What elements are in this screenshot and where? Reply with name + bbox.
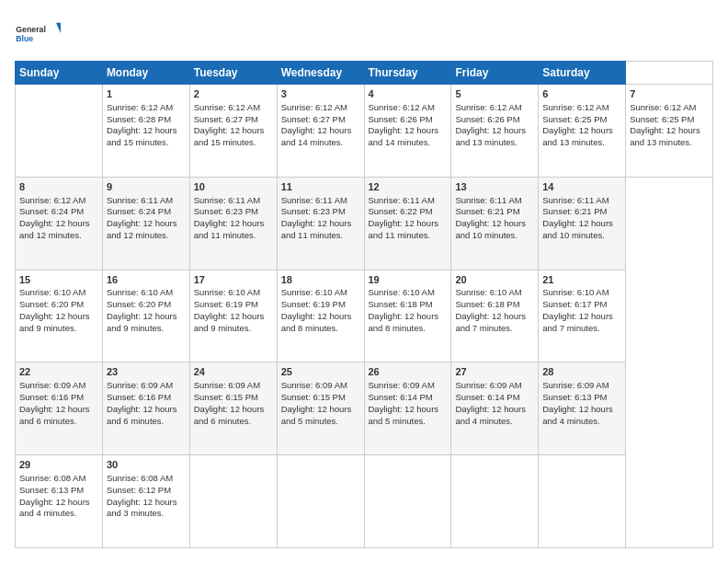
calendar-cell: 3 Sunrise: 6:12 AM Sunset: 6:27 PM Dayli… — [277, 85, 364, 178]
daylight-value: and 11 minutes. — [369, 230, 431, 240]
daylight-value: and 3 minutes. — [107, 508, 164, 518]
day-number: 30 — [107, 458, 186, 472]
daylight-value: and 6 minutes. — [194, 416, 251, 426]
sunrise-label: Sunrise: 6:11 AM — [369, 195, 435, 205]
daylight-label: Daylight: 12 hours — [455, 125, 526, 135]
day-number: 26 — [369, 365, 448, 379]
daylight-label: Daylight: 12 hours — [19, 404, 90, 414]
sunrise-label: Sunrise: 6:11 AM — [107, 195, 173, 205]
sunset-label: Sunset: 6:14 PM — [455, 392, 519, 402]
sunset-label: Sunset: 6:28 PM — [107, 114, 171, 124]
daylight-label: Daylight: 12 hours — [281, 218, 352, 228]
calendar-cell: 2 Sunrise: 6:12 AM Sunset: 6:27 PM Dayli… — [189, 85, 277, 178]
sunset-label: Sunset: 6:22 PM — [369, 206, 433, 216]
calendar-day-header: Saturday — [539, 62, 626, 85]
sunset-label: Sunset: 6:18 PM — [369, 299, 433, 309]
daylight-value: and 6 minutes. — [107, 416, 164, 426]
calendar-header-row: SundayMondayTuesdayWednesdayThursdayFrid… — [16, 62, 713, 85]
day-number: 1 — [107, 87, 186, 101]
day-number: 16 — [107, 273, 186, 287]
daylight-label: Daylight: 12 hours — [19, 497, 90, 507]
header: General Blue — [15, 15, 713, 52]
day-number: 14 — [542, 180, 621, 194]
daylight-label: Daylight: 12 hours — [281, 311, 352, 321]
day-number: 2 — [194, 87, 273, 101]
sunset-label: Sunset: 6:21 PM — [455, 206, 519, 216]
calendar-table: SundayMondayTuesdayWednesdayThursdayFrid… — [15, 61, 713, 548]
sunrise-label: Sunrise: 6:10 AM — [455, 287, 521, 297]
day-number: 29 — [19, 458, 98, 472]
daylight-label: Daylight: 12 hours — [107, 311, 177, 321]
daylight-value: and 8 minutes. — [281, 323, 338, 333]
calendar-cell: 16 Sunrise: 6:10 AM Sunset: 6:20 PM Dayl… — [102, 270, 189, 362]
calendar-cell: 26 Sunrise: 6:09 AM Sunset: 6:14 PM Dayl… — [364, 362, 451, 455]
calendar-cell: 10 Sunrise: 6:11 AM Sunset: 6:23 PM Dayl… — [189, 177, 277, 270]
sunrise-label: Sunrise: 6:10 AM — [19, 287, 85, 297]
calendar-cell: 5 Sunrise: 6:12 AM Sunset: 6:26 PM Dayli… — [451, 85, 539, 178]
sunrise-label: Sunrise: 6:09 AM — [194, 380, 260, 390]
day-number: 19 — [369, 273, 448, 287]
sunset-label: Sunset: 6:15 PM — [281, 392, 346, 402]
daylight-label: Daylight: 12 hours — [281, 125, 352, 135]
calendar-day-header: Thursday — [364, 62, 451, 85]
calendar-cell: 19 Sunrise: 6:10 AM Sunset: 6:18 PM Dayl… — [364, 270, 451, 362]
day-number: 9 — [107, 180, 186, 194]
calendar-week-row: 1 Sunrise: 6:12 AM Sunset: 6:28 PM Dayli… — [16, 85, 713, 178]
daylight-label: Daylight: 12 hours — [542, 218, 613, 228]
calendar-cell — [451, 455, 539, 548]
day-number: 12 — [369, 180, 448, 194]
calendar-cell: 30 Sunrise: 6:08 AM Sunset: 6:12 PM Dayl… — [102, 455, 189, 548]
daylight-value: and 10 minutes. — [542, 230, 605, 240]
daylight-label: Daylight: 12 hours — [281, 404, 352, 414]
calendar-cell: 21 Sunrise: 6:10 AM Sunset: 6:17 PM Dayl… — [539, 270, 626, 362]
calendar-cell: 4 Sunrise: 6:12 AM Sunset: 6:26 PM Dayli… — [364, 85, 451, 178]
day-number: 15 — [19, 273, 98, 287]
sunrise-label: Sunrise: 6:12 AM — [630, 102, 696, 112]
daylight-label: Daylight: 12 hours — [455, 404, 526, 414]
calendar-cell: 8 Sunrise: 6:12 AM Sunset: 6:24 PM Dayli… — [16, 177, 103, 270]
daylight-label: Daylight: 12 hours — [194, 125, 265, 135]
calendar-day-header: Wednesday — [277, 62, 364, 85]
daylight-label: Daylight: 12 hours — [369, 404, 439, 414]
sunset-label: Sunset: 6:23 PM — [281, 206, 346, 216]
page: General Blue SundayMondayTuesdayWednesda… — [0, 0, 728, 563]
day-number: 22 — [19, 365, 98, 379]
day-number: 4 — [369, 87, 448, 101]
calendar-week-row: 8 Sunrise: 6:12 AM Sunset: 6:24 PM Dayli… — [16, 177, 713, 270]
calendar-day-header: Tuesday — [189, 62, 277, 85]
daylight-label: Daylight: 12 hours — [107, 125, 177, 135]
sunset-label: Sunset: 6:21 PM — [542, 206, 607, 216]
sunrise-label: Sunrise: 6:09 AM — [281, 380, 347, 390]
daylight-value: and 12 minutes. — [19, 230, 82, 240]
calendar-cell: 15 Sunrise: 6:10 AM Sunset: 6:20 PM Dayl… — [16, 270, 103, 362]
sunset-label: Sunset: 6:24 PM — [19, 206, 84, 216]
daylight-value: and 15 minutes. — [194, 137, 256, 147]
daylight-value: and 11 minutes. — [194, 230, 256, 240]
calendar-cell: 25 Sunrise: 6:09 AM Sunset: 6:15 PM Dayl… — [277, 362, 364, 455]
day-number: 3 — [281, 87, 360, 101]
calendar-cell: 13 Sunrise: 6:11 AM Sunset: 6:21 PM Dayl… — [451, 177, 539, 270]
daylight-value: and 7 minutes. — [455, 323, 512, 333]
calendar-cell — [277, 455, 364, 548]
sunset-label: Sunset: 6:15 PM — [194, 392, 258, 402]
sunset-label: Sunset: 6:13 PM — [19, 485, 84, 495]
sunrise-label: Sunrise: 6:08 AM — [19, 473, 85, 483]
sunrise-label: Sunrise: 6:10 AM — [107, 287, 173, 297]
day-number: 28 — [542, 365, 621, 379]
sunrise-label: Sunrise: 6:12 AM — [369, 102, 435, 112]
sunset-label: Sunset: 6:27 PM — [281, 114, 346, 124]
calendar-cell: 28 Sunrise: 6:09 AM Sunset: 6:13 PM Dayl… — [539, 362, 626, 455]
day-number: 27 — [455, 365, 534, 379]
daylight-label: Daylight: 12 hours — [19, 218, 90, 228]
daylight-value: and 4 minutes. — [455, 416, 512, 426]
calendar-body: 1 Sunrise: 6:12 AM Sunset: 6:28 PM Dayli… — [16, 85, 713, 548]
calendar-week-row: 15 Sunrise: 6:10 AM Sunset: 6:20 PM Dayl… — [16, 270, 713, 362]
daylight-label: Daylight: 12 hours — [194, 311, 265, 321]
daylight-label: Daylight: 12 hours — [369, 311, 439, 321]
calendar-cell: 11 Sunrise: 6:11 AM Sunset: 6:23 PM Dayl… — [277, 177, 364, 270]
sunrise-label: Sunrise: 6:12 AM — [107, 102, 173, 112]
sunrise-label: Sunrise: 6:11 AM — [542, 195, 609, 205]
daylight-label: Daylight: 12 hours — [369, 218, 439, 228]
sunset-label: Sunset: 6:26 PM — [455, 114, 519, 124]
calendar-cell: 27 Sunrise: 6:09 AM Sunset: 6:14 PM Dayl… — [451, 362, 539, 455]
